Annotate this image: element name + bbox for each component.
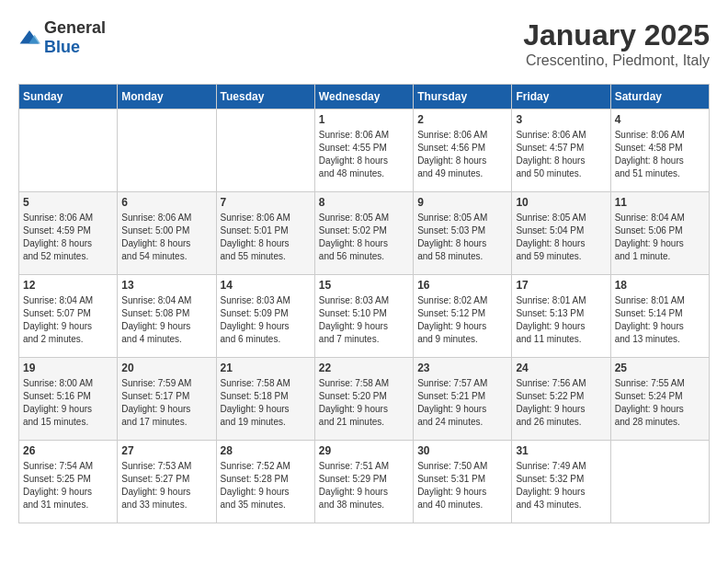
day-info: Sunrise: 8:03 AM Sunset: 5:09 PM Dayligh… [221, 294, 311, 346]
day-header-saturday: Saturday [610, 85, 709, 109]
day-cell: 11Sunrise: 8:04 AM Sunset: 5:06 PM Dayli… [610, 192, 709, 275]
week-row-5: 26Sunrise: 7:54 AM Sunset: 5:25 PM Dayli… [19, 441, 710, 523]
day-cell: 13Sunrise: 8:04 AM Sunset: 5:08 PM Dayli… [118, 275, 216, 358]
day-info: Sunrise: 7:59 AM Sunset: 5:17 PM Dayligh… [121, 377, 211, 429]
day-cell: 19Sunrise: 8:00 AM Sunset: 5:16 PM Dayli… [19, 358, 118, 441]
day-number: 14 [221, 279, 311, 292]
day-number: 6 [121, 196, 211, 209]
day-number: 2 [417, 113, 507, 126]
header-row: SundayMondayTuesdayWednesdayThursdayFrid… [19, 85, 710, 109]
day-number: 13 [121, 279, 211, 292]
day-info: Sunrise: 7:54 AM Sunset: 5:25 PM Dayligh… [23, 460, 113, 511]
title-section: January 2025 Crescentino, Piedmont, Ital… [523, 18, 710, 69]
day-cell: 14Sunrise: 8:03 AM Sunset: 5:09 PM Dayli… [216, 275, 314, 358]
day-info: Sunrise: 8:06 AM Sunset: 5:01 PM Dayligh… [221, 212, 311, 263]
day-info: Sunrise: 8:04 AM Sunset: 5:07 PM Dayligh… [23, 294, 113, 346]
day-number: 23 [417, 362, 507, 374]
day-number: 12 [23, 279, 113, 292]
day-number: 10 [516, 196, 606, 209]
day-cell: 25Sunrise: 7:55 AM Sunset: 5:24 PM Dayli… [610, 358, 709, 441]
day-cell: 23Sunrise: 7:57 AM Sunset: 5:21 PM Dayli… [414, 358, 512, 441]
day-cell: 12Sunrise: 8:04 AM Sunset: 5:07 PM Dayli… [19, 275, 118, 358]
day-header-friday: Friday [512, 85, 610, 109]
week-row-4: 19Sunrise: 8:00 AM Sunset: 5:16 PM Dayli… [19, 358, 710, 441]
location: Crescentino, Piedmont, Italy [523, 52, 710, 69]
day-number: 9 [417, 196, 507, 209]
day-info: Sunrise: 8:06 AM Sunset: 4:57 PM Dayligh… [516, 129, 606, 180]
day-info: Sunrise: 8:05 AM Sunset: 5:04 PM Dayligh… [516, 212, 606, 263]
day-number: 16 [417, 279, 507, 292]
day-cell: 9Sunrise: 8:05 AM Sunset: 5:03 PM Daylig… [414, 192, 512, 275]
day-cell: 20Sunrise: 7:59 AM Sunset: 5:17 PM Dayli… [118, 358, 216, 441]
day-cell: 16Sunrise: 8:02 AM Sunset: 5:12 PM Dayli… [414, 275, 512, 358]
day-cell: 3Sunrise: 8:06 AM Sunset: 4:57 PM Daylig… [512, 109, 610, 192]
day-cell: 17Sunrise: 8:01 AM Sunset: 5:13 PM Dayli… [512, 275, 610, 358]
day-info: Sunrise: 8:05 AM Sunset: 5:03 PM Dayligh… [417, 212, 507, 263]
day-number: 30 [417, 444, 507, 457]
month-title: January 2025 [523, 18, 710, 52]
day-number: 21 [221, 362, 311, 374]
day-cell: 5Sunrise: 8:06 AM Sunset: 4:59 PM Daylig… [19, 192, 118, 275]
day-header-sunday: Sunday [19, 85, 118, 109]
day-number: 25 [615, 362, 705, 374]
day-cell: 30Sunrise: 7:50 AM Sunset: 5:31 PM Dayli… [414, 441, 512, 523]
day-cell [216, 109, 314, 192]
day-info: Sunrise: 7:58 AM Sunset: 5:18 PM Dayligh… [221, 377, 311, 429]
day-cell: 28Sunrise: 7:52 AM Sunset: 5:28 PM Dayli… [216, 441, 314, 523]
day-info: Sunrise: 7:51 AM Sunset: 5:29 PM Dayligh… [319, 460, 409, 511]
day-info: Sunrise: 8:01 AM Sunset: 5:13 PM Dayligh… [516, 294, 606, 346]
day-number: 1 [319, 113, 409, 126]
day-info: Sunrise: 8:00 AM Sunset: 5:16 PM Dayligh… [23, 377, 113, 429]
day-info: Sunrise: 8:01 AM Sunset: 5:14 PM Dayligh… [615, 294, 705, 346]
day-cell [610, 441, 709, 523]
week-row-3: 12Sunrise: 8:04 AM Sunset: 5:07 PM Dayli… [19, 275, 710, 358]
day-cell: 7Sunrise: 8:06 AM Sunset: 5:01 PM Daylig… [216, 192, 314, 275]
day-info: Sunrise: 7:50 AM Sunset: 5:31 PM Dayligh… [417, 460, 507, 511]
day-number: 7 [221, 196, 311, 209]
day-number: 4 [615, 113, 705, 126]
day-cell: 22Sunrise: 7:58 AM Sunset: 5:20 PM Dayli… [314, 358, 413, 441]
day-cell: 4Sunrise: 8:06 AM Sunset: 4:58 PM Daylig… [610, 109, 709, 192]
day-header-tuesday: Tuesday [216, 85, 314, 109]
day-number: 19 [23, 362, 113, 374]
day-number: 3 [516, 113, 606, 126]
day-cell [19, 109, 118, 192]
week-row-1: 1Sunrise: 8:06 AM Sunset: 4:55 PM Daylig… [19, 109, 710, 192]
day-info: Sunrise: 7:49 AM Sunset: 5:32 PM Dayligh… [516, 460, 606, 511]
day-info: Sunrise: 8:06 AM Sunset: 4:58 PM Dayligh… [615, 129, 705, 180]
day-number: 20 [121, 362, 211, 374]
day-info: Sunrise: 7:53 AM Sunset: 5:27 PM Dayligh… [121, 460, 211, 511]
week-row-2: 5Sunrise: 8:06 AM Sunset: 4:59 PM Daylig… [19, 192, 710, 275]
day-number: 5 [23, 196, 113, 209]
day-number: 17 [516, 279, 606, 292]
day-cell: 24Sunrise: 7:56 AM Sunset: 5:22 PM Dayli… [512, 358, 610, 441]
day-cell: 26Sunrise: 7:54 AM Sunset: 5:25 PM Dayli… [19, 441, 118, 523]
day-info: Sunrise: 7:52 AM Sunset: 5:28 PM Dayligh… [221, 460, 311, 511]
page-header: General Blue January 2025 Crescentino, P… [18, 18, 710, 69]
day-info: Sunrise: 8:02 AM Sunset: 5:12 PM Dayligh… [417, 294, 507, 346]
day-cell: 21Sunrise: 7:58 AM Sunset: 5:18 PM Dayli… [216, 358, 314, 441]
logo-blue: Blue [44, 38, 80, 56]
day-cell: 1Sunrise: 8:06 AM Sunset: 4:55 PM Daylig… [314, 109, 413, 192]
logo: General Blue [18, 18, 106, 57]
day-number: 8 [319, 196, 409, 209]
day-number: 15 [319, 279, 409, 292]
day-info: Sunrise: 8:04 AM Sunset: 5:08 PM Dayligh… [121, 294, 211, 346]
logo-icon [18, 29, 40, 47]
day-number: 29 [319, 444, 409, 457]
day-info: Sunrise: 8:06 AM Sunset: 4:55 PM Dayligh… [319, 129, 409, 180]
day-cell: 18Sunrise: 8:01 AM Sunset: 5:14 PM Dayli… [610, 275, 709, 358]
day-info: Sunrise: 8:04 AM Sunset: 5:06 PM Dayligh… [615, 212, 705, 263]
day-info: Sunrise: 7:57 AM Sunset: 5:21 PM Dayligh… [417, 377, 507, 429]
day-number: 28 [221, 444, 311, 457]
logo-general: General [44, 18, 106, 37]
day-info: Sunrise: 8:06 AM Sunset: 4:56 PM Dayligh… [417, 129, 507, 180]
day-cell: 10Sunrise: 8:05 AM Sunset: 5:04 PM Dayli… [512, 192, 610, 275]
day-info: Sunrise: 8:03 AM Sunset: 5:10 PM Dayligh… [319, 294, 409, 346]
day-number: 24 [516, 362, 606, 374]
day-number: 22 [319, 362, 409, 374]
day-cell: 15Sunrise: 8:03 AM Sunset: 5:10 PM Dayli… [314, 275, 413, 358]
day-cell: 31Sunrise: 7:49 AM Sunset: 5:32 PM Dayli… [512, 441, 610, 523]
day-cell [118, 109, 216, 192]
day-info: Sunrise: 8:05 AM Sunset: 5:02 PM Dayligh… [319, 212, 409, 263]
